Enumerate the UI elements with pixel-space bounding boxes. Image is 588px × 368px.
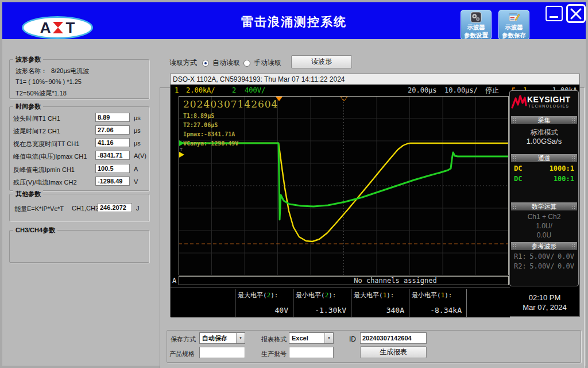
record-id-input[interactable] [360,332,427,344]
measurement-overlay: 20240307142604 T1:8.89μS T2:27.06μS Ipma… [183,98,278,147]
overlay-t1: T1:8.89μS [183,113,278,119]
scope-save-label-2: 参数保存 [502,32,526,40]
tt-input[interactable] [95,138,130,147]
generate-report-button[interactable]: 生成报表 [360,346,427,358]
scope-settings-label-2: 参数设置 [464,32,488,40]
channels-section-header[interactable]: 通道 [511,154,577,162]
oscilloscope-screenshot: DSO-X 1102A, CN59394193: Thu Mar 07 14:1… [170,74,580,317]
time-params-title: 时间参数 [13,102,43,111]
ch2-number: 2 [232,85,236,96]
time-params-group: 时间参数 波头时间T1 CH1 μs 波尾时间T2 CH1 μs 视在总宽度时间… [9,106,149,191]
math-section-header[interactable]: 数学运算 [511,202,577,210]
energy-channels-label: CH1,CH2 [72,205,99,212]
gear-icon [470,12,482,23]
energy-unit: J [136,205,140,212]
t2-unit: μs [134,127,141,134]
energy-formula-label: 能量E=K*IP*Vc*T [14,205,64,213]
manual-read-label[interactable]: 手动读取 [254,58,281,68]
energy-input[interactable] [98,203,132,212]
ipmax-input[interactable] [95,151,130,160]
report-format-value: Excel [292,335,308,342]
measurement-value: -1.30kV [315,306,346,315]
scope-side-panel: KEYSIGHT TECHNOLOGIES 采集 标准模式 1.00GSa/s … [509,90,579,286]
save-mode-label: 保存方式 [171,335,196,344]
record-id-overlay: 20240307142604 [183,98,278,110]
report-format-select[interactable]: Excel ▼ [289,332,334,344]
close-icon [570,7,582,20]
ipmax-unit: A(V) [134,152,146,159]
radio-selected-icon [202,60,209,67]
waveform-params-group: 波形参数 波形名称： 8/20μs电流波 T1= ( 10%~90% ) *1.… [9,59,149,99]
waveform-graticule: T 20240307142604 T1:8.89μS T2:27.06μS Ip… [179,96,509,275]
time-param-label: 波尾时间T2 CH1 [13,127,60,136]
scope-settings-button[interactable]: 示波器 参数设置 [461,10,492,40]
app-window: A T 雷击浪涌测控系统 示波器 参数设置 示波器 参数保存 [0,0,588,368]
scope-time: 02:10 PM [510,293,579,302]
waveform-name-label: 波形名称： [16,67,47,75]
ch34-params-title: CH3/CH4参数 [13,226,57,235]
acquire-section-header[interactable]: 采集 [511,116,577,124]
ch2-scale: 400V/ [245,85,265,96]
auto-read-label[interactable]: 自动读取 [212,58,240,68]
batch-number-input[interactable] [289,347,334,358]
scope-save-label-1: 示波器 [505,24,523,32]
t2-input[interactable] [95,125,130,135]
keysight-spark-icon [511,94,527,111]
save-mode-select[interactable]: 自动保存 ▼ [199,332,245,344]
run-state: 停止 [485,85,499,96]
save-mode-value: 自动保存 [202,334,227,343]
scope-settings-label-1: 示波器 [467,24,485,32]
other-params-group: 其他参数 能量E=K*IP*Vc*T CH1,CH2 J [9,194,149,221]
minimize-button[interactable] [546,6,563,21]
t1-unit: μs [134,114,141,121]
save-icon [508,12,520,23]
ref2-row: R2:5.00V/0.0V [510,262,578,270]
time-param-label: 残压(V)/电流Imax CH2 [13,178,77,187]
ipmin-unit: A [134,166,138,172]
title-bar: A T 雷击浪涌测控系统 示波器 参数设置 示波器 参数保存 [2,2,586,39]
scope-save-button[interactable]: 示波器 参数保存 [498,10,529,40]
math-expression: Ch1 + Ch2 [510,213,578,221]
waveform-name-value: 8/20μs电流波 [51,67,89,75]
time-param-label: 视在总宽度时间TT CH1 [13,140,79,148]
no-channels-banner: No channels assigned [179,276,509,285]
scope-clock: 02:10 PM Mar 07, 2024 [510,288,579,316]
measurement-max-ch2: 最大电平(2): 40V [235,289,293,317]
read-waveform-button[interactable]: 读波形 [291,55,352,68]
report-format-label: 报表格式 [261,335,287,344]
auto-read-radio[interactable] [202,57,209,68]
minimize-icon [550,16,558,18]
product-spec-input[interactable] [199,347,245,358]
time-param-label: 波头时间T1 CH1 [13,114,60,123]
time-param-label: 峰值电流(电压)Ipmax CH1 [13,152,87,161]
ch1-scale: 2.00kA/ [186,85,215,96]
reference-section-header[interactable]: 参考波形 [511,242,577,250]
ipmin-input[interactable] [95,164,130,173]
measurement-min-ch2: 最小电平(2): -1.30kV [293,289,351,317]
measurement-max-ch1: 最大电平(1): 340A [351,289,409,317]
measurement-min-ch1: 最小电平(1): -8.34kA [409,289,467,317]
t1-input[interactable] [95,113,130,122]
read-mode-label: 读取方式 [169,58,197,68]
time-param-label: 反峰值电流Ipmin CH1 [13,166,75,174]
overlay-vcanya: VCanya:-1298.49V [183,140,278,147]
manual-read-radio[interactable] [243,57,250,68]
scope-date: Mar 07, 2024 [510,302,579,312]
digital-channel-label: A [172,277,176,285]
t1-formula: T1= ( 10%~90% ) *1.25 [16,78,82,85]
imax-input[interactable] [95,177,130,186]
other-params-title: 其他参数 [13,190,43,198]
sample-rate: 1.00GSa/s [510,137,578,145]
chevron-down-icon: ▼ [236,333,245,343]
id-label: ID [349,335,356,343]
close-button[interactable] [566,4,586,23]
timebase: 10.00µs/ [444,85,478,96]
measurement-value: -8.34kA [430,306,462,315]
t2-formula: T2=50%波尾*1.18 [16,89,67,98]
ch1-number: 1 [175,85,179,96]
measurement-value: 40V [275,306,288,315]
overlay-t2: T2:27.06μS [183,122,278,128]
time-range: 20.00µs [408,85,437,96]
product-spec-label: 产品规格 [169,350,195,358]
ch34-params-group: CH3/CH4参数 [9,230,149,263]
